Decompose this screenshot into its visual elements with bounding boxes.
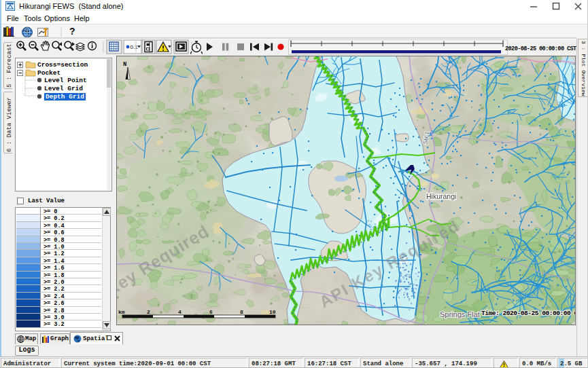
svg-text:N: N xyxy=(123,61,126,68)
svg-text:6: 6 xyxy=(209,309,213,315)
svg-text:Springs Flat: Springs Flat xyxy=(440,310,480,318)
svg-text:km: km xyxy=(118,309,125,315)
svg-text:8: 8 xyxy=(240,309,243,315)
svg-text:2: 2 xyxy=(147,309,150,315)
svg-text:0.1: 0.1 xyxy=(131,44,139,50)
svg-text:10: 10 xyxy=(269,309,276,315)
svg-text:4: 4 xyxy=(178,309,181,315)
svg-text:Time: 2020-08-25 00:00:00 CST: Time: 2020-08-25 00:00:00 CST xyxy=(481,310,576,317)
svg-text:Hikurangi: Hikurangi xyxy=(426,192,456,200)
